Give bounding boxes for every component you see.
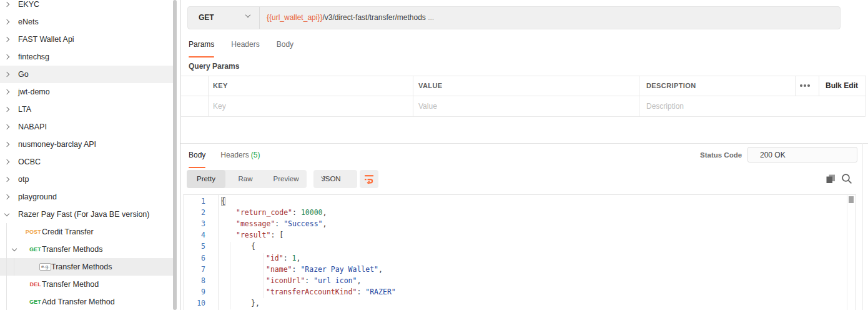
- sidebar-item-nabapi[interactable]: NABAPI: [0, 118, 174, 136]
- request-url-bar: GET {{url_wallet_api}}/v3/direct-fast/tr…: [187, 6, 841, 29]
- sidebar-item-razer-pay-fast-for-java-be-version[interactable]: Razer Pay Fast (For Java BE version): [0, 206, 174, 223]
- editor-scrollbar-thumb[interactable]: [849, 196, 854, 203]
- sidebar-item-ekyc[interactable]: EKYC: [0, 0, 174, 13]
- sidebar-item-transfer-methods[interactable]: e.g.Transfer Methods: [0, 258, 174, 276]
- search-icon[interactable]: [841, 173, 852, 184]
- sidebar-item-enets[interactable]: eNets: [0, 13, 174, 31]
- chevron-right-icon[interactable]: [4, 107, 9, 112]
- method-badge-get: GET: [22, 246, 41, 252]
- tab-headers[interactable]: Headers: [231, 40, 259, 49]
- sidebar-scrollbar[interactable]: [173, 0, 177, 310]
- method-dropdown[interactable]: GET: [188, 7, 260, 29]
- sidebar-item-lta[interactable]: LTA: [0, 101, 174, 118]
- sidebar-item-transfer-method[interactable]: DELTransfer Method: [0, 276, 174, 293]
- sidebar-item-transfer-methods[interactable]: GETTransfer Methods: [0, 241, 174, 258]
- table-border: [795, 76, 796, 96]
- line-number: 9: [184, 288, 218, 296]
- query-params-title: Query Params: [189, 62, 239, 71]
- tab-body[interactable]: Body: [277, 40, 293, 49]
- sidebar-item-label: playground: [18, 192, 57, 201]
- table-border: [208, 76, 209, 116]
- sidebar-item-label: NABAPI: [18, 122, 47, 131]
- line-number: 4: [184, 231, 218, 239]
- table-border: [413, 76, 413, 116]
- chevron-right-icon[interactable]: [4, 2, 9, 7]
- code-line-text: "message": "Success",: [221, 219, 327, 228]
- view-mode-raw[interactable]: Raw: [225, 170, 265, 188]
- chevron-right-icon[interactable]: [4, 124, 9, 129]
- sidebar-item-go[interactable]: Go: [0, 66, 174, 83]
- chevron-right-icon[interactable]: [4, 72, 9, 77]
- param-description-input[interactable]: Description: [646, 102, 684, 111]
- sidebar-item-jwt-demo[interactable]: jwt-demo: [0, 83, 174, 101]
- editor-scrollbar[interactable]: [847, 195, 856, 310]
- chevron-down-icon[interactable]: [12, 246, 17, 251]
- wrap-text-button[interactable]: [360, 170, 378, 188]
- chevron-right-icon[interactable]: [4, 54, 9, 59]
- chevron-right-icon[interactable]: [4, 177, 9, 182]
- copy-icon[interactable]: [826, 174, 836, 184]
- param-value-input[interactable]: Value: [418, 102, 437, 111]
- code-line-text: "name": "Razer Pay Wallet",: [221, 265, 383, 274]
- line-number: 10: [184, 299, 218, 308]
- tab-response-body[interactable]: Body: [189, 151, 205, 159]
- code-line-text: "id": 1,: [221, 254, 300, 262]
- code-line-1: 1{: [184, 196, 856, 208]
- bulk-edit-button[interactable]: Bulk Edit: [826, 81, 858, 90]
- view-mode-pretty[interactable]: Pretty: [187, 170, 225, 188]
- sidebar-item-label: otp: [18, 175, 29, 184]
- tab-response-headers[interactable]: Headers(5): [220, 151, 260, 159]
- sidebar-item-label: Credit Transfer: [42, 228, 94, 236]
- collections-sidebar: EKYCeNetsFAST Wallet ApifintechsgGojwt-d…: [0, 0, 174, 310]
- response-body-editor[interactable]: 1{2"return_code": 10000,3"message": "Suc…: [183, 194, 856, 310]
- view-mode-preview[interactable]: Preview: [265, 170, 307, 188]
- url-path: /v3/direct-fast/transfer/methods: [322, 13, 425, 22]
- code-line-text: {: [221, 242, 255, 251]
- code-line-3: 3"message": "Success",: [184, 219, 856, 230]
- sidebar-item-playground[interactable]: playground: [0, 188, 174, 206]
- sidebar-item-label: Razer Pay Fast (For Java BE version): [18, 210, 149, 219]
- method-badge-get: GET: [22, 299, 41, 305]
- sidebar-item-credit-transfer[interactable]: POSTCredit Transfer: [0, 223, 174, 241]
- chevron-right-icon[interactable]: [4, 159, 9, 164]
- sidebar-item-fast-wallet-api[interactable]: FAST Wallet Api: [0, 31, 174, 48]
- chevron-down-icon[interactable]: [4, 211, 9, 216]
- sidebar-item-label: Go: [18, 70, 29, 79]
- sidebar-item-label: fintechsg: [18, 52, 49, 61]
- code-line-10: 10},: [184, 298, 856, 309]
- chevron-right-icon[interactable]: [4, 37, 9, 42]
- tab-params[interactable]: Params: [189, 40, 214, 49]
- code-line-6: 6"id": 1,: [184, 253, 856, 264]
- chevron-right-icon[interactable]: [4, 89, 9, 94]
- sidebar-item-label: OCBC: [18, 158, 41, 166]
- chevron-right-icon[interactable]: [4, 142, 9, 147]
- line-number: 3: [184, 219, 218, 228]
- sidebar-item-fintechsg[interactable]: fintechsg: [0, 48, 174, 66]
- sidebar-item-otp[interactable]: otp: [0, 171, 174, 188]
- example-badge-icon: e.g.: [39, 263, 51, 271]
- code-line-8: 8"iconUrl": "url icon",: [184, 276, 856, 287]
- sidebar-item-ocbc[interactable]: OCBC: [0, 153, 174, 171]
- request-panel: GET {{url_wallet_api}}/v3/direct-fast/tr…: [180, 0, 868, 310]
- status-code-label: Status Code: [700, 151, 742, 159]
- tree-indent-guide: [14, 258, 14, 276]
- code-line-9: 9"transferAccountKind": "RAZER": [184, 287, 856, 298]
- chevron-right-icon[interactable]: [4, 19, 9, 24]
- sidebar-item-label: nusmoney-barclay API: [18, 140, 96, 149]
- more-options-icon[interactable]: [800, 84, 810, 87]
- code-line-text: {: [221, 197, 225, 206]
- code-line-text: },: [221, 299, 260, 308]
- param-key-input[interactable]: Key: [213, 102, 226, 111]
- format-dropdown[interactable]: JSON: [313, 170, 357, 188]
- url-input[interactable]: {{url_wallet_api}}/v3/direct-fast/transf…: [267, 13, 434, 22]
- headers-count-badge: (5): [251, 151, 260, 159]
- line-number: 2: [184, 208, 218, 217]
- table-border: [181, 96, 866, 96]
- status-code-value: 200 OK: [760, 151, 786, 159]
- sidebar-item-nusmoney-barclay-api[interactable]: nusmoney-barclay API: [0, 136, 174, 153]
- url-truncation: ...: [426, 13, 434, 22]
- chevron-right-icon[interactable]: [4, 194, 9, 199]
- sidebar-item-add-transfer-method[interactable]: GETAdd Transfer Method: [0, 293, 174, 310]
- status-code-select[interactable]: 200 OK: [747, 147, 857, 162]
- table-border: [639, 76, 639, 116]
